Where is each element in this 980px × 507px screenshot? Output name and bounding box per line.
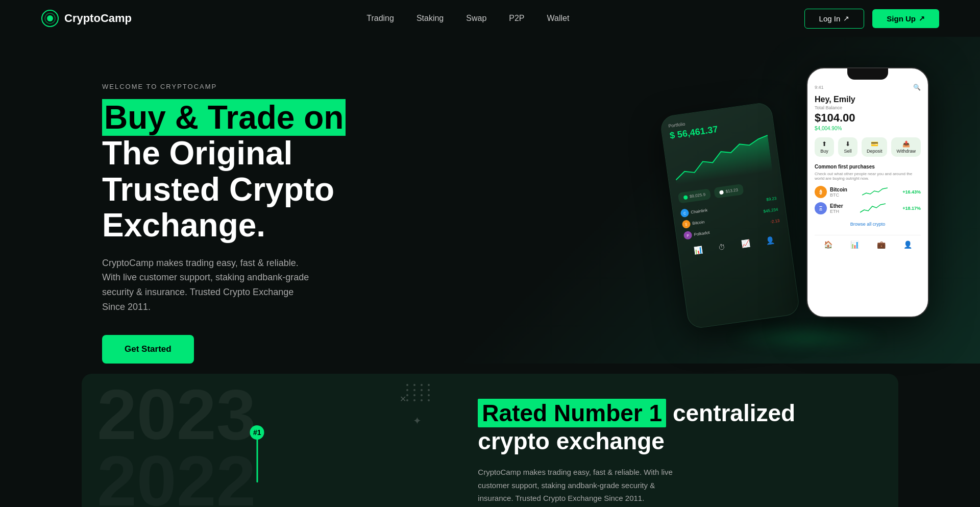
phone-action-buttons: ⬆ Buy ⬇ Sell 💳 Deposit 📤 Withdraw	[815, 137, 921, 157]
phone-greeting: Hey, Emily	[815, 95, 921, 104]
hero-welcome: WELCOME TO CryptoCamp	[102, 83, 388, 90]
nav-links: Trading Staking Swap P2P Wallet	[366, 14, 569, 23]
phone-sell-btn[interactable]: ⬇ Sell	[838, 137, 857, 157]
section2-title: Rated Number 1 centralized crypto exchan…	[478, 399, 868, 455]
phone-profile-icon: 👤	[903, 240, 912, 249]
hero-left: WELCOME TO CryptoCamp Buy & Trade on The…	[102, 67, 388, 364]
signup-button[interactable]: Sign Up ↗	[872, 9, 939, 28]
phone-balance: $104.00	[815, 111, 921, 125]
phone-withdraw-btn[interactable]: 📤 Withdraw	[891, 137, 921, 157]
hero-title-highlight: Buy & Trade on	[102, 99, 346, 136]
crypto-row-eth: Ξ Ether ETH +18.17%	[815, 202, 921, 214]
phone-chart-icon: 📊	[850, 240, 859, 249]
logo[interactable]: CryptoCamp	[41, 9, 132, 28]
section2-left: 2023 2022 ✕ ✦ #1	[82, 374, 447, 507]
section2-right: Rated Number 1 centralized crypto exchan…	[447, 374, 898, 507]
eth-chart	[860, 202, 886, 214]
search-icon-phone: 🔍	[913, 84, 921, 91]
nav-p2p[interactable]: P2P	[509, 14, 524, 22]
phone-section-sub: Check out what other people near you and…	[815, 172, 921, 181]
phone-front: 9:41 🔍 Hey, Emily Total Balance $104.00 …	[806, 67, 929, 318]
svg-point-1	[47, 15, 53, 21]
phone-deposit-btn[interactable]: 💳 Deposit	[862, 137, 888, 157]
section2-desc1: CryptoCamp makes trading easy, fast & re…	[478, 466, 692, 505]
year-2022: 2022	[97, 445, 256, 507]
hero-title: Buy & Trade on The Original Trusted Cryp…	[102, 100, 388, 244]
rank-badge: #1	[250, 425, 264, 440]
get-started-button[interactable]: Get Started	[102, 335, 194, 364]
phone-buy-btn[interactable]: ⬆ Buy	[815, 137, 834, 157]
eth-icon: Ξ	[815, 202, 827, 214]
nav-staking[interactable]: Staking	[416, 14, 444, 22]
arrow-icon: ↗	[919, 14, 925, 22]
nav-actions: Log In ↗ Sign Up ↗	[804, 9, 939, 29]
portfolio-chart	[671, 132, 773, 186]
btc-chart	[862, 186, 888, 198]
rank-indicator: #1	[256, 431, 258, 482]
phone-balance-label: Total Balance	[815, 105, 921, 110]
phone-time: 9:41	[815, 85, 824, 90]
nav-trading[interactable]: Trading	[366, 14, 394, 22]
login-button[interactable]: Log In ↗	[804, 9, 865, 29]
nav-wallet[interactable]: Wallet	[547, 14, 570, 22]
phone-mockups: Portfolio $ 56,461.37	[674, 67, 939, 333]
phone-wallet-icon: 💼	[877, 240, 886, 249]
arrow-icon: ↗	[843, 14, 849, 22]
year-2023: 2023	[97, 379, 256, 450]
phone-home-icon: 🏠	[824, 240, 832, 249]
logo-icon	[41, 9, 59, 28]
section2: 2023 2022 ✕ ✦ #1	[82, 374, 898, 507]
phone-change: $4,004.90%	[815, 126, 921, 131]
phone-shadow	[725, 328, 888, 348]
decor-star-1: ✦	[413, 415, 422, 427]
crypto-row-btc: ₿ Bitcoin BTC +16.43%	[815, 186, 921, 198]
browse-all-link[interactable]: Browse all crypto	[850, 222, 886, 227]
phone-notch	[847, 68, 888, 80]
section2-highlight: Rated Number 1	[478, 399, 666, 427]
decor-x-1: ✕	[400, 394, 406, 404]
btc-icon: ₿	[815, 186, 827, 198]
navbar: CryptoCamp Trading Staking Swap P2P Wall…	[0, 0, 980, 37]
hero-section: WELCOME TO CryptoCamp Buy & Trade on The…	[0, 37, 980, 364]
nav-swap[interactable]: Swap	[466, 14, 486, 22]
logo-text: CryptoCamp	[64, 12, 132, 25]
hero-title-main: The Original Trusted Crypto Exchange.	[102, 135, 334, 244]
phone-back: Portfolio $ 56,461.37	[659, 102, 800, 330]
hero-description: CryptoCamp makes trading easy, fast & re…	[102, 256, 316, 315]
phone-section-title: Common first purchases	[815, 164, 921, 170]
dot-pattern	[406, 384, 432, 401]
